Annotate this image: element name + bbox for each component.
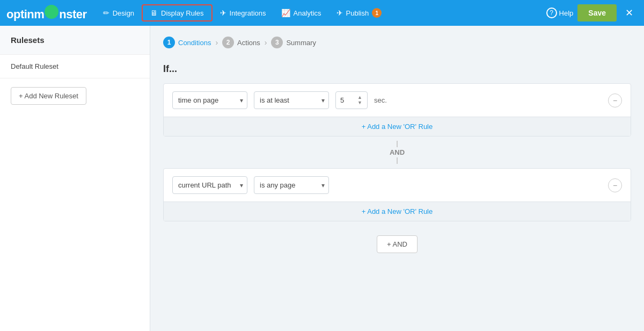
number-input-wrapper: ▲ ▼: [335, 91, 368, 109]
rule-group-1: time on page current URL path device scr…: [163, 83, 631, 136]
step-1-label: Conditions: [178, 39, 211, 47]
rule-row-2: current URL path time on page device scr…: [164, 169, 631, 202]
rule-group-2: current URL path time on page device scr…: [163, 168, 631, 221]
close-button[interactable]: ✕: [621, 5, 638, 21]
nav-items: ✏ Design 🖥 Display Rules ✈ Integrations …: [96, 4, 546, 21]
steps-breadcrumb: 1 Conditions › 2 Actions › 3 Summary: [163, 37, 631, 48]
sec-label: sec.: [374, 96, 387, 104]
operator-select-2[interactable]: is any page contains does not contain is…: [254, 176, 329, 194]
number-input[interactable]: [340, 96, 356, 104]
and-line-top: [397, 141, 398, 147]
nav-integrations[interactable]: ✈ Integrations: [213, 5, 274, 20]
step-3-label: Summary: [286, 39, 316, 47]
number-arrows: ▲ ▼: [357, 95, 362, 105]
default-ruleset-item[interactable]: Default Ruleset: [0, 55, 150, 78]
condition-select-wrapper-1: time on page current URL path device scr…: [172, 91, 247, 109]
nav-publish-label: Publish: [346, 9, 369, 17]
and-line-bottom: [397, 157, 398, 164]
step-arrow-2: ›: [265, 38, 267, 47]
nav-integrations-label: Integrations: [230, 9, 266, 17]
condition-select-wrapper-2: current URL path time on page device scr…: [172, 176, 247, 194]
nav-display-rules-label: Display Rules: [161, 9, 203, 17]
add-ruleset-button[interactable]: + Add New Ruleset: [11, 87, 86, 105]
help-label: Help: [559, 9, 574, 17]
nav-design[interactable]: ✏ Design: [96, 5, 142, 20]
operator-select-1[interactable]: is at least is less than is exactly: [254, 91, 329, 109]
step-2-num: 2: [222, 37, 234, 48]
publish-badge: 1: [372, 8, 382, 18]
operator-select-wrapper-2: is any page contains does not contain is…: [254, 176, 329, 194]
num-down-arrow[interactable]: ▼: [357, 100, 362, 105]
step-summary[interactable]: 3 Summary: [271, 37, 316, 48]
add-and-button[interactable]: + AND: [377, 235, 418, 253]
num-up-arrow[interactable]: ▲: [357, 95, 362, 100]
nav-design-label: Design: [113, 9, 134, 17]
logo-monster-icon: [45, 5, 58, 19]
step-actions[interactable]: 2 Actions: [222, 37, 260, 48]
publish-icon: ✈: [336, 9, 343, 17]
nav-publish[interactable]: ✈ Publish 1: [329, 5, 390, 21]
operator-select-wrapper-1: is at least is less than is exactly: [254, 91, 329, 109]
add-or-rule-2-button[interactable]: + Add a New 'OR' Rule: [164, 202, 631, 221]
top-navigation: optinmnster ✏ Design 🖥 Display Rules ✈ I…: [0, 0, 644, 26]
step-arrow-1: ›: [215, 38, 218, 47]
logo: optinmnster: [6, 4, 87, 21]
nav-display-rules[interactable]: 🖥 Display Rules: [142, 4, 212, 21]
condition-select-2[interactable]: current URL path time on page device scr…: [172, 176, 247, 194]
nav-right: ? Help Save ✕: [546, 4, 638, 21]
and-label: AND: [390, 147, 405, 157]
step-conditions[interactable]: 1 Conditions: [163, 37, 211, 48]
condition-select-1[interactable]: time on page current URL path device scr…: [172, 91, 247, 109]
main-layout: Rulesets Default Ruleset + Add New Rules…: [0, 26, 644, 331]
and-connector: AND: [163, 141, 631, 164]
step-3-num: 3: [271, 37, 283, 48]
logo-text: optinmnster: [6, 4, 87, 21]
integrations-icon: ✈: [220, 9, 226, 17]
nav-analytics[interactable]: 📈 Analytics: [274, 5, 329, 20]
step-1-num: 1: [163, 37, 175, 48]
remove-rule-2-button[interactable]: −: [608, 178, 622, 192]
nav-analytics-label: Analytics: [294, 9, 321, 17]
sidebar: Rulesets Default Ruleset + Add New Rules…: [0, 26, 150, 331]
help-button[interactable]: ? Help: [546, 8, 574, 18]
save-button[interactable]: Save: [577, 4, 617, 21]
add-or-rule-1-button[interactable]: + Add a New 'OR' Rule: [164, 117, 631, 136]
if-label: If...: [163, 63, 631, 75]
content-area: 1 Conditions › 2 Actions › 3 Summary If.…: [150, 26, 644, 331]
analytics-icon: 📈: [281, 9, 290, 17]
help-icon: ?: [546, 8, 557, 18]
display-rules-icon: 🖥: [150, 9, 158, 17]
step-2-label: Actions: [237, 39, 260, 47]
remove-rule-1-button[interactable]: −: [608, 93, 622, 107]
sidebar-header: Rulesets: [0, 26, 150, 55]
rule-row-1: time on page current URL path device scr…: [164, 84, 631, 117]
design-icon: ✏: [103, 9, 109, 17]
